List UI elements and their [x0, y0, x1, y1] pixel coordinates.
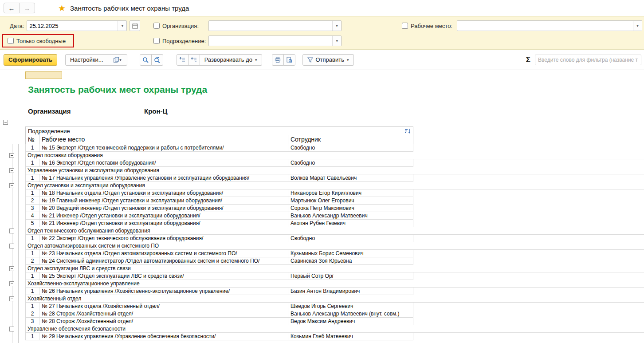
- cell-num[interactable]: 1: [25, 288, 39, 295]
- expand-to-button[interactable]: Разворачивать до ▾: [200, 54, 262, 66]
- cell-employee[interactable]: Мартынюк Олег Егорович: [288, 197, 413, 205]
- group-row[interactable]: Хозяйственно-эксплуатационное управление: [0, 280, 644, 288]
- date-input[interactable]: [27, 21, 118, 31]
- cell-employee[interactable]: Ведов Максим Андреевич: [288, 318, 413, 325]
- table-row[interactable]: 1№ 29 Начальник управления /Управление о…: [0, 333, 644, 340]
- table-row[interactable]: 1№ 26 Начальник управления /Хозяйственно…: [0, 288, 644, 295]
- print-button[interactable]: [272, 54, 284, 66]
- collapse-group-icon[interactable]: [9, 281, 14, 286]
- collapse-group-icon[interactable]: [9, 183, 14, 188]
- collapse-group-icon[interactable]: [9, 244, 14, 248]
- department-checkbox[interactable]: [153, 38, 160, 44]
- settings-variants-button[interactable]: ▾: [108, 54, 127, 66]
- chevron-down-icon[interactable]: ▾: [118, 21, 126, 31]
- cell-workplace[interactable]: № 19 Главный инженер /Отдел установки и …: [39, 197, 288, 205]
- table-row[interactable]: 1№ 16 Эксперт /Отдел поставки оборудован…: [0, 159, 644, 167]
- collapse-levels-button[interactable]: [177, 54, 188, 66]
- cell-employee[interactable]: Свободно: [288, 235, 413, 242]
- cell-num[interactable]: 1: [25, 174, 39, 182]
- group-row[interactable]: Управление обеспечения безопасности: [0, 325, 644, 333]
- collapse-group-icon[interactable]: [9, 153, 14, 158]
- collapse-group-icon[interactable]: [9, 229, 14, 233]
- table-row[interactable]: 4№ 21 Инженер /Отдел установки и эксплуа…: [0, 212, 644, 220]
- group-row[interactable]: Отдел технического обслуживания оборудов…: [0, 227, 644, 235]
- forward-button[interactable]: →: [19, 3, 35, 13]
- group-row[interactable]: Отдел автоматизированных систем и систем…: [0, 242, 644, 250]
- cell-workplace[interactable]: № 21 Инженер /Отдел установки и эксплуат…: [39, 220, 288, 227]
- favorite-star-icon[interactable]: ★: [58, 3, 66, 13]
- col-num[interactable]: №: [25, 135, 39, 144]
- cell-workplace[interactable]: № 28 Сторож /Хозяйственный отдел/: [39, 310, 288, 318]
- expand-levels-button[interactable]: [188, 54, 200, 66]
- table-row[interactable]: 5№ 21 Инженер /Отдел установки и эксплуа…: [0, 220, 644, 227]
- cell-workplace[interactable]: № 25 Эксперт /Отдел эксплуатации ЛВС и с…: [39, 272, 288, 280]
- sigma-icon[interactable]: Σ: [526, 55, 530, 64]
- organization-checkbox[interactable]: [153, 23, 160, 29]
- search-button[interactable]: [140, 54, 152, 66]
- collapse-group-icon[interactable]: [9, 168, 14, 173]
- cell-employee[interactable]: Акопян Рубен Гезевич: [288, 220, 413, 227]
- cell-workplace[interactable]: № 20 Ведущий инженер /Отдел установки и …: [39, 205, 288, 212]
- group-row[interactable]: Управление установки и эксплуатации обор…: [0, 167, 644, 174]
- search-next-button[interactable]: [151, 54, 163, 66]
- cell-workplace[interactable]: № 16 Эксперт /Отдел поставки оборудовани…: [39, 159, 288, 167]
- settings-button[interactable]: Настройки...: [65, 54, 108, 66]
- collapse-group-icon[interactable]: [9, 327, 14, 331]
- cell-employee[interactable]: Свободно: [288, 159, 413, 167]
- table-row[interactable]: 1№ 22 Эксперт /Отдел технического обслуж…: [0, 235, 644, 242]
- cell-employee[interactable]: Шведов Игорь Сергеевич: [288, 303, 413, 310]
- cell-employee[interactable]: Кузьминых Борис Семенович: [288, 250, 413, 257]
- workplace-input[interactable]: [457, 21, 633, 31]
- sort-icon[interactable]: [405, 128, 411, 134]
- cell-workplace[interactable]: № 23 Начальник отдела /Отдел автоматизир…: [39, 250, 288, 257]
- cell-num[interactable]: 1: [25, 250, 39, 257]
- collapse-all-icon[interactable]: [3, 120, 8, 125]
- generate-button[interactable]: Сформировать: [4, 54, 57, 66]
- table-row[interactable]: 3№ 28 Сторож /Хозяйственный отдел/Ведов …: [0, 318, 644, 325]
- cell-num[interactable]: 5: [25, 220, 39, 227]
- collapse-group-icon[interactable]: [9, 296, 14, 301]
- quick-filter-input[interactable]: [535, 55, 641, 65]
- department-input[interactable]: [209, 36, 332, 46]
- table-row[interactable]: 1№ 15 Эксперт /Отдел технической поддерж…: [0, 144, 644, 152]
- cell-num[interactable]: 2: [25, 257, 39, 265]
- cell-workplace[interactable]: № 17 Начальник управления /Управление ус…: [39, 174, 288, 182]
- table-row[interactable]: 1№ 17 Начальник управления /Управление у…: [0, 174, 644, 182]
- chevron-down-icon[interactable]: ▾: [332, 36, 341, 46]
- col-employee[interactable]: Сотрудник: [288, 135, 413, 144]
- col-workplace[interactable]: Рабочее место: [39, 135, 288, 144]
- table-row[interactable]: 3№ 20 Ведущий инженер /Отдел установки и…: [0, 205, 644, 212]
- cell-workplace[interactable]: № 15 Эксперт /Отдел технической поддержк…: [39, 144, 288, 152]
- cell-num[interactable]: 1: [25, 144, 39, 152]
- table-row[interactable]: 1№ 27 Начальник отдела /Хозяйственный от…: [0, 303, 644, 310]
- group-header-row[interactable]: Подразделение: [25, 126, 413, 135]
- date-calendar-button[interactable]: [130, 20, 140, 31]
- cell-num[interactable]: 1: [25, 235, 39, 242]
- table-row[interactable]: 1№ 18 Начальник отдела /Отдел установки …: [0, 189, 644, 197]
- group-row[interactable]: Отдел установки и эксплуатации оборудова…: [0, 182, 644, 189]
- cell-employee[interactable]: Никаноров Егор Кириллович: [288, 189, 413, 197]
- cell-num[interactable]: 1: [25, 303, 39, 310]
- group-row[interactable]: Отдел поставки оборудования: [0, 152, 644, 159]
- cell-workplace[interactable]: № 29 Начальник управления /Управление об…: [39, 333, 288, 340]
- cell-workplace[interactable]: № 26 Начальник управления /Хозяйственно-…: [39, 288, 288, 295]
- chevron-down-icon[interactable]: ▾: [633, 21, 642, 31]
- preview-button[interactable]: [283, 54, 295, 66]
- table-row[interactable]: 1№ 25 Эксперт /Отдел эксплуатации ЛВС и …: [0, 272, 644, 280]
- workplace-checkbox[interactable]: [402, 23, 408, 29]
- cell-num[interactable]: 1: [25, 333, 39, 340]
- cell-workplace[interactable]: № 24 Системный администратор /Отдел авто…: [39, 257, 288, 265]
- cell-num[interactable]: 4: [25, 212, 39, 220]
- cell-employee[interactable]: Козьмин Глеб Матвеевич: [288, 333, 413, 340]
- cell-workplace[interactable]: № 28 Сторож /Хозяйственный отдел/: [39, 318, 288, 325]
- corner-cell[interactable]: [25, 71, 62, 79]
- cell-workplace[interactable]: № 21 Инженер /Отдел установки и эксплуат…: [39, 212, 288, 220]
- cell-employee[interactable]: Базин Антон Владимирович: [288, 288, 413, 295]
- chevron-down-icon[interactable]: ▾: [332, 21, 341, 31]
- cell-workplace[interactable]: № 22 Эксперт /Отдел технического обслужи…: [39, 235, 288, 242]
- table-row[interactable]: 2№ 24 Системный администратор /Отдел авт…: [0, 257, 644, 265]
- cell-num[interactable]: 1: [25, 272, 39, 280]
- cell-employee[interactable]: Савинская Зоя Юрьевна: [288, 257, 413, 265]
- cell-num[interactable]: 1: [25, 189, 39, 197]
- cell-workplace[interactable]: № 27 Начальник отдела /Хозяйственный отд…: [39, 303, 288, 310]
